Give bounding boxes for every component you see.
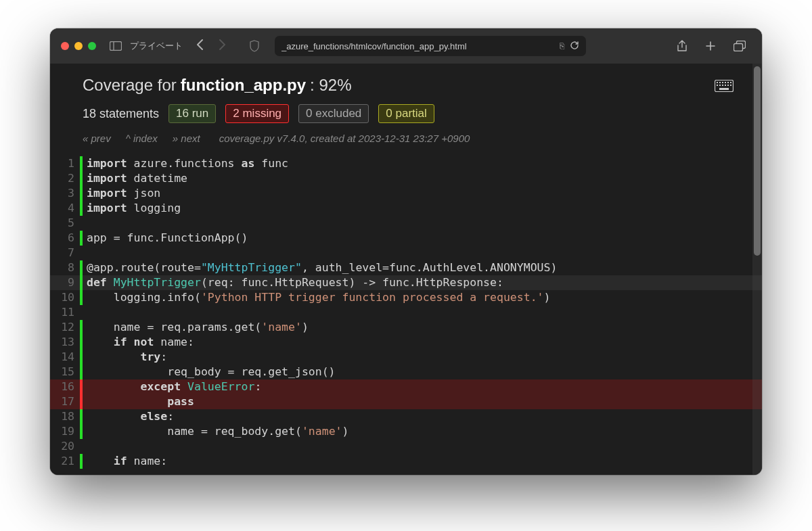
code-text: @app.route(route="MyHttpTrigger", auth_l…: [83, 260, 762, 275]
line-number: 9: [50, 275, 80, 290]
index-link[interactable]: ^ index: [126, 133, 158, 144]
minimize-button[interactable]: [74, 42, 83, 50]
partial-pill[interactable]: 0 partial: [378, 104, 434, 123]
code-line[interactable]: 18 else:: [50, 409, 762, 424]
translate-icon[interactable]: ⎘: [560, 41, 564, 51]
code-text: except ValueError:: [83, 379, 762, 394]
svg-rect-6: [719, 82, 721, 83]
line-number: 20: [50, 439, 80, 454]
keyboard-icon[interactable]: [715, 80, 734, 95]
excluded-pill[interactable]: 0 excluded: [298, 104, 369, 123]
line-number: 19: [50, 424, 80, 439]
code-text: import logging: [83, 201, 762, 216]
code-text: import json: [83, 186, 762, 201]
code-text: [83, 305, 762, 320]
private-label: プライベート: [130, 40, 183, 52]
code-line[interactable]: 8@app.route(route="MyHttpTrigger", auth_…: [50, 260, 762, 275]
code-text: [83, 246, 762, 260]
code-text: if name:: [83, 454, 762, 469]
code-line[interactable]: 15 req_body = req.get_json(): [50, 365, 762, 379]
code-line[interactable]: 17 pass: [50, 394, 762, 409]
shield-icon[interactable]: [246, 37, 263, 55]
title-prefix: Coverage for: [83, 76, 177, 95]
prev-link[interactable]: « prev: [83, 133, 111, 144]
code-area: 1import azure.functions as func2import d…: [50, 156, 762, 469]
close-button[interactable]: [61, 42, 69, 50]
line-number: 14: [50, 350, 80, 365]
code-line[interactable]: 21 if name:: [50, 454, 762, 469]
svg-rect-9: [727, 82, 729, 83]
missing-pill[interactable]: 2 missing: [225, 104, 289, 123]
title-filename: function_app.py: [181, 76, 306, 95]
code-line[interactable]: 3import json: [50, 186, 762, 201]
code-line[interactable]: 5: [50, 216, 762, 231]
svg-rect-5: [717, 82, 718, 83]
line-number: 18: [50, 409, 80, 424]
code-line[interactable]: 2import datetime: [50, 171, 762, 186]
code-text: pass: [83, 394, 762, 409]
code-text: name = req.params.get('name'): [83, 320, 762, 335]
code-text: [83, 439, 762, 454]
svg-rect-15: [727, 85, 729, 86]
svg-rect-8: [725, 82, 726, 83]
svg-rect-16: [730, 85, 731, 86]
line-number: 5: [50, 216, 80, 231]
line-number: 13: [50, 335, 80, 350]
line-number: 6: [50, 231, 80, 246]
forward-button[interactable]: [214, 39, 230, 54]
code-text: logging.info('Python HTTP trigger functi…: [83, 290, 762, 305]
back-button[interactable]: [192, 39, 208, 54]
share-icon[interactable]: [674, 37, 690, 55]
maximize-button[interactable]: [88, 42, 96, 50]
line-number: 1: [50, 156, 80, 171]
stats-row: 18 statements 16 run 2 missing 0 exclude…: [83, 104, 729, 123]
svg-rect-7: [722, 82, 723, 83]
scrollbar-thumb[interactable]: [754, 66, 761, 256]
code-line[interactable]: 9def MyHttpTrigger(req: func.HttpRequest…: [50, 275, 762, 290]
code-line[interactable]: 16 except ValueError:: [50, 379, 762, 394]
line-number: 16: [50, 379, 80, 394]
browser-window: プライベート _azure_functions/htmlcov/function…: [50, 28, 762, 475]
line-number: 3: [50, 186, 80, 201]
reload-icon[interactable]: [570, 41, 579, 52]
line-number: 2: [50, 171, 80, 186]
coverage-info: coverage.py v7.4.0, created at 2023-12-3…: [219, 133, 470, 144]
title-percent: : 92%: [310, 76, 351, 95]
code-line[interactable]: 14 try:: [50, 350, 762, 365]
code-line[interactable]: 6app = func.FunctionApp(): [50, 231, 762, 246]
sidebar-icon[interactable]: [107, 39, 125, 53]
svg-rect-11: [717, 85, 718, 86]
line-number: 15: [50, 365, 80, 379]
code-line[interactable]: 20: [50, 439, 762, 454]
code-line[interactable]: 1import azure.functions as func: [50, 156, 762, 171]
code-text: import azure.functions as func: [83, 156, 762, 171]
svg-rect-12: [719, 85, 721, 86]
code-text: try:: [83, 350, 762, 365]
line-number: 11: [50, 305, 80, 320]
code-text: app = func.FunctionApp(): [83, 231, 762, 246]
code-line[interactable]: 10 logging.info('Python HTTP trigger fun…: [50, 290, 762, 305]
new-tab-icon[interactable]: [702, 38, 719, 54]
url-text: _azure_functions/htmlcov/function_app_py…: [281, 41, 554, 51]
line-number: 12: [50, 320, 80, 335]
code-text: if not name:: [83, 335, 762, 350]
scrollbar[interactable]: [752, 64, 762, 475]
code-line[interactable]: 13 if not name:: [50, 335, 762, 350]
line-number: 7: [50, 246, 80, 260]
code-text: import datetime: [83, 171, 762, 186]
traffic-lights: [61, 42, 96, 50]
url-bar[interactable]: _azure_functions/htmlcov/function_app_py…: [275, 36, 586, 56]
code-line[interactable]: 19 name = req_body.get('name'): [50, 424, 762, 439]
nav-row: « prev ^ index » next coverage.py v7.4.0…: [83, 133, 729, 144]
tabs-icon[interactable]: [731, 38, 748, 54]
code-text: [83, 216, 762, 231]
code-text: name = req_body.get('name'): [83, 424, 762, 439]
code-line[interactable]: 12 name = req.params.get('name'): [50, 320, 762, 335]
code-line[interactable]: 4import logging: [50, 201, 762, 216]
code-line[interactable]: 7: [50, 246, 762, 260]
next-link[interactable]: » next: [173, 133, 200, 144]
svg-rect-14: [725, 85, 726, 86]
code-line[interactable]: 11: [50, 305, 762, 320]
run-pill[interactable]: 16 run: [168, 104, 216, 123]
code-text: req_body = req.get_json(): [83, 365, 762, 379]
